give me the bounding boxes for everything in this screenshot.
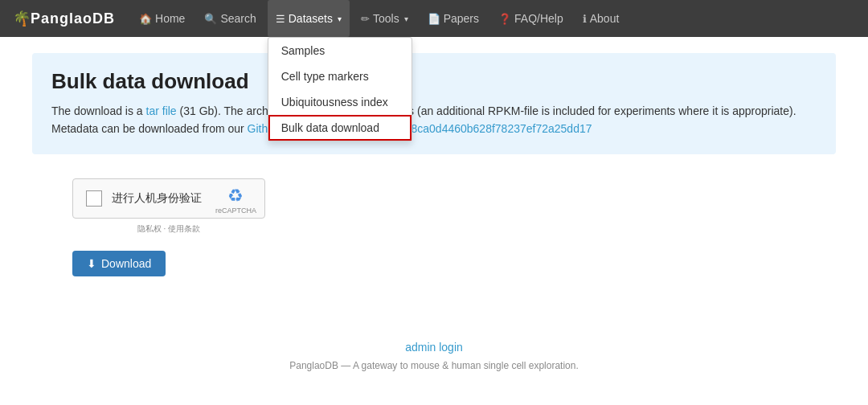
captcha-box[interactable]: 进行人机身份验证 ♻ reCAPTCHA [72,178,265,219]
nav-items: 🏠 Home 🔍 Search ☰ Datasets ▾ Samples Cel… [131,0,627,37]
dropdown-item-bulk-data-download[interactable]: Bulk data download [268,115,411,141]
page-title: Bulk data download [51,69,817,94]
nav-item-datasets[interactable]: ☰ Datasets ▾ [268,0,350,37]
nav-item-about[interactable]: ℹ About [575,0,628,37]
download-icon: ⬇ [87,257,96,270]
captcha-section: 进行人机身份验证 ♻ reCAPTCHA 隐私权 · 使用条款 [72,178,836,235]
tools-caret-icon: ▾ [404,14,408,23]
palm-icon: 🌴 [13,10,31,27]
admin-login-link[interactable]: admin login [405,341,463,354]
main-content: Bulk data download The download is a tar… [0,37,868,387]
nav-item-search[interactable]: 🔍 Search [196,0,264,37]
nav-label-papers: Papers [444,12,479,25]
nav-item-tools[interactable]: ✏ Tools ▾ [353,0,416,37]
recaptcha-text: reCAPTCHA [215,207,256,215]
checksum-value: 1c8ca0d4460b628f78237ef72a25dd17 [399,122,592,135]
nav-label-about: About [590,12,620,25]
captcha-checkbox[interactable] [86,190,102,207]
navbar: 🌴 PanglaoDB 🏠 Home 🔍 Search ☰ Datasets ▾… [0,0,868,37]
nav-label-tools: Tools [373,12,399,25]
brand[interactable]: 🌴 PanglaoDB [13,10,115,27]
papers-icon: 📄 [428,13,440,25]
nav-label-faqhelp: FAQ/Help [514,12,563,25]
footer-section: admin login PanglaoDB — A gateway to mou… [32,341,836,371]
recaptcha-icon: ♻ [227,186,244,207]
about-icon: ℹ [583,13,587,25]
datasets-dropdown-menu: Samples Cell type markers Ubiquitousness… [268,37,412,141]
info-box: Bulk data download The download is a tar… [32,53,836,154]
recaptcha-logo: ♻ reCAPTCHA [215,186,256,215]
nav-label-home: Home [155,12,185,25]
datasets-caret-icon: ▾ [338,14,342,23]
home-icon: 🏠 [139,13,152,25]
dropdown-item-cell-type-markers[interactable]: Cell type markers [268,63,411,89]
dropdown-item-ubiquitousness-index[interactable]: Ubiquitousness index [268,89,411,115]
nav-item-faqhelp[interactable]: ❓ FAQ/Help [490,0,571,37]
download-label: Download [101,257,151,270]
brand-name: PanglaoDB [31,10,115,27]
tools-icon: ✏ [361,13,370,25]
nav-item-papers[interactable]: 📄 Papers [420,0,487,37]
datasets-icon: ☰ [276,13,285,25]
nav-item-home[interactable]: 🏠 Home [131,0,193,37]
nav-label-datasets: Datasets [289,12,333,25]
datasets-dropdown-container: ☰ Datasets ▾ Samples Cell type markers U… [268,0,350,37]
footer-tagline: PanglaoDB — A gateway to mouse & human s… [32,360,836,371]
nav-label-search: Search [220,12,256,25]
dropdown-item-samples[interactable]: Samples [268,38,411,63]
faq-icon: ❓ [498,13,511,25]
download-button[interactable]: ⬇ Download [72,251,166,276]
search-icon: 🔍 [204,13,217,25]
tar-file-link[interactable]: tar file [146,104,177,117]
description: The download is a tar file (31 Gb). The … [51,102,817,138]
captcha-footer: 隐私权 · 使用条款 [72,223,265,235]
